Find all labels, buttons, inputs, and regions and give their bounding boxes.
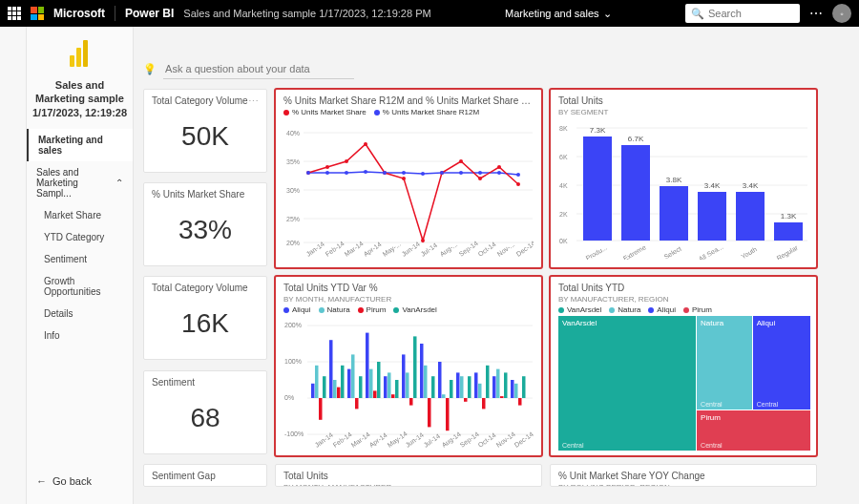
workspace-dropdown[interactable]: Marketing and sales ⌄ — [505, 8, 611, 20]
tile-total-units-month[interactable]: Total Units BY MONTH, MANUFACTURER — [275, 464, 542, 487]
svg-rect-101 — [395, 380, 399, 398]
bar-chart-segment: 8K 6K 4K 2K 0K 7.3K 6.7K 3.8K 3.4K 3.4K — [558, 116, 808, 260]
svg-text:Produ...: Produ... — [584, 244, 608, 260]
tile-total-category-volume-2[interactable]: Total Category Volume 16K — [143, 276, 267, 360]
svg-point-33 — [516, 173, 520, 177]
tile-total-category-volume-1[interactable]: Total Category Volume ⋯ 50K — [143, 89, 267, 173]
chart-legend: Aliqui Natura Pirum VanArsdel — [283, 305, 534, 314]
nav-info[interactable]: Info — [27, 325, 133, 346]
app-launcher-icon[interactable] — [8, 7, 21, 20]
chart-legend: % Units Market Share % Units Market Shar… — [283, 108, 534, 116]
svg-rect-114 — [456, 372, 460, 398]
treemap-aliqui[interactable]: AliquiCentral — [753, 316, 810, 410]
svg-point-22 — [306, 171, 310, 175]
tile-subtitle: BY ROLLING PERIOD, REGION — [558, 483, 808, 487]
tile-title: % Units Market Share — [152, 189, 259, 200]
svg-rect-103 — [406, 372, 409, 398]
treemap-pirum[interactable]: PirumCentral — [697, 410, 810, 451]
svg-text:Apr-14: Apr-14 — [363, 241, 384, 259]
qna-input[interactable] — [163, 59, 354, 79]
tile-market-share-line[interactable]: % Units Market Share R12M and % Units Ma… — [275, 89, 542, 268]
sidebar: Sales and Marketing sample 1/17/2023, 12… — [27, 27, 134, 504]
nav-ytd-category[interactable]: YTD Category — [27, 226, 133, 248]
svg-text:Oct-14: Oct-14 — [477, 241, 497, 258]
svg-point-13 — [364, 142, 367, 146]
svg-rect-102 — [402, 354, 406, 398]
svg-rect-96 — [373, 390, 377, 398]
search-input[interactable] — [708, 8, 785, 19]
svg-rect-95 — [369, 369, 373, 398]
tile-market-share-yoy[interactable]: % Unit Market Share YOY Change BY ROLLIN… — [550, 464, 817, 487]
svg-rect-115 — [460, 376, 464, 398]
svg-rect-83 — [315, 366, 319, 398]
nav-marketing-sales[interactable]: Marketing and sales — [27, 129, 133, 161]
more-icon[interactable]: ⋯ — [809, 6, 823, 21]
tile-more-icon[interactable]: ⋯ — [248, 95, 259, 108]
nav-growth[interactable]: Growth Opportunities — [27, 270, 133, 303]
svg-point-27 — [402, 171, 406, 175]
svg-text:Aug-14: Aug-14 — [441, 430, 463, 450]
svg-rect-117 — [468, 376, 471, 398]
svg-text:Jan-14: Jan-14 — [314, 431, 335, 449]
arrow-left-icon: ← — [36, 475, 47, 487]
report-title: Sales and Marketing sample 1/17/2023, 12… — [27, 78, 133, 129]
svg-rect-66 — [774, 222, 803, 241]
nav-sentiment[interactable]: Sentiment — [27, 248, 133, 270]
svg-rect-110 — [438, 362, 442, 398]
tile-subtitle: BY MANUFACTURER, REGION — [558, 295, 808, 304]
titlebar: Microsoft Power BI Sales and Marketing s… — [0, 0, 859, 27]
nav-market-share[interactable]: Market Share — [27, 204, 133, 226]
nav-details[interactable]: Details — [27, 303, 133, 325]
svg-rect-128 — [518, 398, 522, 406]
avatar[interactable]: ◦ — [832, 4, 851, 23]
treemap-vanarsdel[interactable]: VanArsdelCentral — [558, 316, 696, 451]
tile-subtitle: BY SEGMENT — [558, 108, 808, 116]
tile-value: 16K — [152, 295, 259, 352]
tile-title: % Unit Market Share YOY Change — [558, 471, 808, 481]
svg-rect-123 — [496, 369, 500, 398]
svg-text:Aug-...: Aug-... — [439, 241, 460, 258]
svg-point-26 — [383, 171, 387, 175]
go-back-button[interactable]: ← Go back — [27, 466, 133, 496]
svg-rect-64 — [736, 192, 765, 241]
tile-title: Total Units — [283, 471, 534, 481]
tile-sentiment[interactable]: Sentiment 68 — [143, 370, 267, 454]
svg-point-21 — [516, 182, 520, 186]
tile-sentiment-gap[interactable]: Sentiment Gap — [143, 464, 267, 487]
nav-group[interactable]: Sales and Marketing Sampl... ⌃ — [27, 161, 133, 204]
svg-text:Feb-14: Feb-14 — [332, 430, 353, 449]
line-chart: 40% 35% 30% 25% 20% Jan-14 — [283, 118, 534, 262]
svg-rect-62 — [698, 192, 726, 241]
svg-text:6.7K: 6.7K — [628, 135, 644, 143]
svg-rect-126 — [511, 380, 514, 398]
search-box[interactable]: 🔍 — [685, 4, 800, 23]
report-canvas: 🗎File⌄ 👥Chat in Teams 💬Comment ✉Subscrib… — [134, 27, 859, 504]
tile-total-units-ytd-var[interactable]: Total Units YTD Var % BY MONTH, MANUFACT… — [275, 276, 542, 456]
workspace-label: Marketing and sales — [505, 8, 598, 19]
svg-rect-122 — [492, 376, 496, 398]
chevron-up-icon: ⌃ — [115, 178, 123, 188]
svg-rect-116 — [464, 398, 468, 402]
treemap: VanArsdelCentral NaturaCentral AliquiCen… — [558, 316, 808, 450]
tile-total-units-ytd-treemap[interactable]: Total Units YTD BY MANUFACTURER, REGION … — [550, 276, 817, 456]
svg-rect-91 — [351, 354, 355, 398]
tile-title: Total Category Volume — [152, 95, 259, 106]
qna-box[interactable]: 💡 — [143, 59, 849, 79]
tile-value: 33% — [152, 201, 259, 259]
tile-title: Sentiment Gap — [152, 471, 259, 481]
svg-rect-99 — [388, 372, 391, 398]
svg-point-31 — [478, 171, 482, 175]
svg-rect-104 — [409, 398, 413, 406]
svg-rect-89 — [341, 366, 345, 398]
app-label: Power BI — [125, 7, 174, 20]
qna-icon: 💡 — [143, 63, 157, 74]
svg-text:200%: 200% — [284, 322, 302, 328]
svg-text:40%: 40% — [286, 130, 300, 136]
search-icon: 🔍 — [691, 8, 704, 20]
tile-units-market-share[interactable]: % Units Market Share 33% — [143, 182, 267, 266]
svg-text:Nov-...: Nov-... — [496, 241, 516, 258]
tile-total-units-segment[interactable]: Total Units BY SEGMENT 8K 6K 4K 2K 0K 7.… — [550, 89, 817, 268]
treemap-natura[interactable]: NaturaCentral — [697, 316, 752, 410]
svg-rect-112 — [446, 398, 450, 430]
svg-text:4K: 4K — [559, 182, 568, 189]
